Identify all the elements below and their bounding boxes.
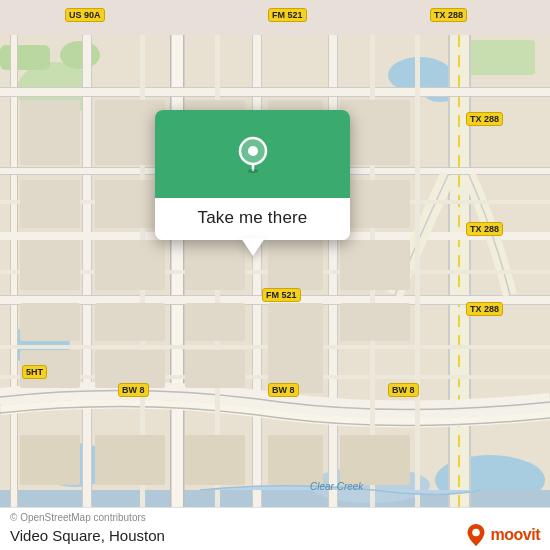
road-badge-tx288-mid3: TX 288: [466, 302, 503, 316]
svg-rect-18: [91, 35, 92, 515]
road-badge-tx288-top: TX 288: [430, 8, 467, 22]
svg-rect-65: [340, 100, 410, 165]
svg-rect-22: [252, 35, 262, 515]
svg-rect-60: [185, 240, 245, 290]
road-badge-tx288-mid1: TX 288: [466, 112, 503, 126]
svg-rect-68: [340, 303, 410, 341]
svg-rect-50: [20, 100, 80, 165]
svg-rect-29: [448, 35, 450, 515]
svg-rect-55: [95, 240, 165, 290]
popup-card[interactable]: Take me there: [155, 110, 350, 240]
svg-rect-76: [268, 435, 323, 485]
road-badge-bw8-mid: BW 8: [268, 383, 299, 397]
svg-rect-49: [415, 35, 420, 515]
road-badge-fm521-top: FM 521: [268, 8, 307, 22]
svg-rect-27: [337, 35, 338, 515]
svg-rect-24: [261, 35, 262, 515]
svg-rect-23: [252, 35, 253, 515]
road-badge-us90a: US 90A: [65, 8, 105, 22]
location-label: Video Square, Houston: [10, 527, 165, 544]
svg-rect-66: [340, 180, 410, 228]
svg-rect-33: [0, 87, 550, 88]
svg-rect-30: [469, 35, 471, 515]
svg-rect-54: [20, 240, 80, 290]
road-badge-tx288-mid2: TX 288: [466, 222, 503, 236]
svg-rect-20: [170, 35, 172, 515]
svg-rect-61: [185, 303, 245, 341]
svg-rect-14: [10, 35, 11, 515]
svg-rect-73: [20, 435, 80, 485]
svg-rect-26: [328, 35, 329, 515]
svg-rect-17: [82, 35, 83, 515]
svg-point-81: [472, 529, 480, 537]
svg-rect-74: [95, 435, 165, 485]
svg-rect-56: [20, 303, 80, 341]
svg-rect-57: [95, 303, 165, 341]
svg-rect-13: [10, 35, 18, 515]
popup-header: [155, 110, 350, 198]
svg-point-79: [248, 146, 258, 156]
svg-rect-34: [0, 96, 550, 97]
road-badge-bw8-left: BW 8: [118, 383, 149, 397]
road-badge-fm521-mid: FM 521: [262, 288, 301, 302]
svg-rect-32: [0, 87, 550, 97]
svg-rect-64: [268, 240, 323, 290]
svg-rect-67: [340, 240, 410, 290]
svg-point-80: [248, 169, 258, 173]
road-badge-5ht: 5HT: [22, 365, 47, 379]
moovit-pin-icon: [465, 524, 487, 546]
road-badge-bw8-right: BW 8: [388, 383, 419, 397]
bottom-bar: © OpenStreetMap contributors Video Squar…: [0, 507, 550, 550]
popup-text-area: Take me there: [155, 198, 350, 240]
popup-triangle: [241, 238, 265, 256]
svg-rect-3: [0, 45, 50, 70]
svg-point-2: [60, 41, 100, 69]
svg-rect-15: [17, 35, 18, 515]
map-pin-icon: [231, 132, 275, 176]
moovit-logo: moovit: [465, 524, 540, 546]
clear-creek-label: Clear Creek: [310, 481, 363, 492]
svg-rect-19: [170, 35, 184, 515]
svg-rect-16: [82, 35, 92, 515]
map-container: US 90A FM 521 TX 288 TX 288 TX 288 TX 28…: [0, 0, 550, 550]
svg-rect-70: [268, 303, 323, 393]
location-row: Video Square, Houston moovit: [10, 524, 540, 546]
take-me-there-label: Take me there: [198, 208, 308, 227]
svg-rect-69: [185, 350, 245, 388]
map-background: [0, 0, 550, 550]
svg-rect-25: [328, 35, 338, 515]
svg-rect-52: [20, 180, 80, 228]
map-attribution: © OpenStreetMap contributors: [10, 512, 540, 523]
svg-rect-21: [183, 35, 185, 515]
svg-rect-77: [340, 435, 410, 485]
moovit-text-label: moovit: [491, 526, 540, 544]
svg-rect-75: [185, 435, 245, 485]
